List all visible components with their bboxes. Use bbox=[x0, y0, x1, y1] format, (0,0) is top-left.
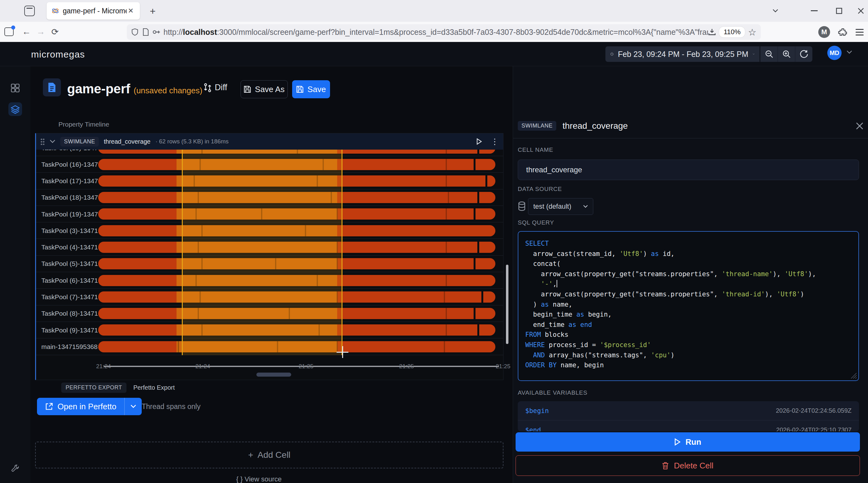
time-axis-tick: 21:25 bbox=[496, 363, 510, 370]
time-axis-tick: 21:24 bbox=[96, 363, 111, 370]
extensions-puzzle-icon[interactable] bbox=[838, 27, 847, 37]
data-source-select[interactable]: test (default) bbox=[528, 198, 593, 215]
time-axis-tick: 21:24 bbox=[195, 363, 210, 370]
swimlane-row-label: TaskPool (19)-1347... bbox=[36, 210, 98, 218]
run-cell-play-icon[interactable] bbox=[476, 138, 482, 145]
save-button[interactable]: Save bbox=[292, 80, 330, 98]
refresh-button[interactable] bbox=[795, 46, 812, 62]
thread-span-bar[interactable] bbox=[98, 324, 495, 336]
sql-code-line: begin_time as begin, bbox=[525, 309, 858, 320]
data-source-label: DATA SOURCE bbox=[518, 186, 562, 193]
thread-span-bar[interactable] bbox=[98, 208, 495, 220]
tab-close-icon[interactable]: ✕ bbox=[127, 7, 135, 15]
nav-dashboards-grid-icon[interactable] bbox=[8, 81, 22, 95]
thread-span-bar[interactable] bbox=[98, 159, 495, 170]
window-close-button[interactable] bbox=[855, 5, 867, 17]
swimlane-rows[interactable]: TaskPool (15)-1347...TaskPool (16)-1347.… bbox=[36, 150, 503, 355]
inspector-header: SWIMLANE thread_coverage bbox=[513, 114, 868, 138]
reload-button[interactable]: ⟳ bbox=[48, 27, 62, 37]
sql-code-line: arrow_cast(property_get("streams.propert… bbox=[525, 289, 858, 300]
plus-icon: + bbox=[248, 450, 253, 460]
brand-name: micromegas bbox=[31, 49, 85, 60]
cell-name-label: CELL NAME bbox=[518, 146, 553, 153]
sql-code-line: '-', bbox=[525, 279, 858, 289]
swimlane-row: TaskPool (17)-1347... bbox=[36, 173, 503, 189]
swimlane-row: TaskPool (9)-13471... bbox=[36, 322, 503, 338]
time-range-picker[interactable]: Feb 23, 09:24 PM - Feb 23, 09:25 PM bbox=[606, 46, 760, 62]
swimlane-row-label: TaskPool (15)-1347... bbox=[36, 150, 98, 152]
collapse-chevron-icon[interactable] bbox=[50, 140, 55, 143]
sidebar-toggle-icon[interactable] bbox=[4, 27, 14, 36]
zoom-in-button[interactable] bbox=[778, 46, 795, 62]
diff-button[interactable]: Diff bbox=[204, 83, 227, 92]
sql-query-editor[interactable]: SELECT arrow_cast(stream_id, 'Utf8') as … bbox=[518, 231, 859, 381]
thread-span-bar[interactable] bbox=[98, 258, 495, 269]
view-source-link[interactable]: { } View source bbox=[236, 475, 282, 483]
sql-query-label: SQL QUERY bbox=[518, 219, 554, 226]
zoom-out-button[interactable] bbox=[760, 46, 778, 62]
cell-name[interactable]: thread_coverage bbox=[104, 138, 150, 145]
swimlane-cell-header: SWIMLANE thread_coverage · 62 rows (5.3 … bbox=[36, 134, 503, 150]
swimlane-row: main-13471595368... bbox=[36, 338, 503, 355]
cell-type-badge: SWIMLANE bbox=[60, 137, 99, 146]
swimlane-row-label: TaskPool (8)-13471... bbox=[36, 310, 98, 317]
cell-name-input[interactable]: thread_coverage bbox=[518, 160, 859, 180]
bookmark-star-icon[interactable]: ☆ bbox=[748, 27, 756, 38]
thread-span-bar[interactable] bbox=[98, 291, 495, 303]
url-text[interactable]: http://localhost:3000/mmlocal/screen/gam… bbox=[163, 28, 708, 37]
browser-menu-icon[interactable] bbox=[856, 29, 864, 35]
sql-code-line: ORDER BY name, begin bbox=[525, 360, 858, 370]
page-title: game-perf bbox=[67, 82, 130, 96]
swimlane-row-label: TaskPool (7)-13471... bbox=[36, 293, 98, 301]
editor-resize-handle[interactable] bbox=[851, 373, 857, 378]
forward-button[interactable]: → bbox=[34, 27, 48, 37]
add-cell-button[interactable]: + Add Cell bbox=[35, 442, 503, 468]
thread-span-bar[interactable] bbox=[98, 175, 495, 187]
user-avatar[interactable]: MD bbox=[827, 46, 842, 60]
vertical-scrollbar-thumb[interactable] bbox=[506, 265, 508, 344]
thread-span-bar[interactable] bbox=[98, 308, 495, 319]
back-button[interactable]: ← bbox=[19, 27, 34, 37]
user-menu-chevron-icon[interactable] bbox=[846, 50, 852, 54]
page-info-icon[interactable] bbox=[142, 28, 149, 36]
browser-tab-strip: game-perf - Micromegas ✕ + bbox=[0, 0, 868, 22]
run-button[interactable]: Run bbox=[516, 432, 860, 452]
close-panel-icon[interactable] bbox=[856, 122, 863, 130]
swimlane-row: TaskPool (4)-13471... bbox=[36, 239, 503, 255]
thread-span-bar[interactable] bbox=[98, 225, 495, 236]
trash-icon bbox=[662, 461, 669, 470]
open-perfetto-dropdown-chevron-icon[interactable] bbox=[124, 398, 142, 415]
cell-menu-kebab-icon[interactable]: ⋮ bbox=[491, 137, 499, 146]
thread-span-bar[interactable] bbox=[98, 341, 495, 352]
delete-cell-button[interactable]: Delete Cell bbox=[516, 455, 860, 476]
zoom-level-badge[interactable]: 110% bbox=[719, 27, 745, 37]
thread-span-bar[interactable] bbox=[98, 275, 495, 286]
shield-icon[interactable] bbox=[131, 28, 138, 36]
download-icon[interactable] bbox=[708, 28, 716, 36]
browser-tab[interactable]: game-perf - Micromegas ✕ bbox=[46, 2, 140, 20]
new-tab-button[interactable]: + bbox=[150, 6, 156, 17]
perfetto-cell-name[interactable]: Perfetto Export bbox=[133, 384, 175, 391]
nav-settings-wrench-icon[interactable] bbox=[8, 462, 22, 476]
url-bar[interactable]: http://localhost:3000/mmlocal/screen/gam… bbox=[127, 24, 761, 40]
permissions-icon[interactable] bbox=[152, 29, 160, 35]
list-tabs-chevron-icon[interactable] bbox=[769, 5, 782, 17]
thread-span-bar[interactable] bbox=[98, 192, 495, 203]
drag-handle-icon[interactable] bbox=[40, 138, 45, 145]
window-maximize-button[interactable] bbox=[833, 5, 845, 17]
horizontal-scrollbar-thumb[interactable] bbox=[256, 373, 291, 377]
thread-span-bar[interactable] bbox=[98, 150, 495, 154]
thread-span-bar[interactable] bbox=[98, 242, 495, 253]
open-in-perfetto-button[interactable]: Open in Perfetto bbox=[37, 398, 142, 415]
save-as-button[interactable]: Save As bbox=[241, 80, 288, 98]
window-minimize-button[interactable] bbox=[808, 5, 820, 17]
swimlane-row-label: TaskPool (18)-1347... bbox=[36, 194, 98, 201]
text-cursor bbox=[557, 280, 557, 287]
browser-account-avatar[interactable]: M bbox=[818, 26, 830, 38]
firefox-view-icon[interactable] bbox=[24, 6, 35, 16]
swimlane-row-label: TaskPool (3)-13471... bbox=[36, 227, 98, 234]
time-axis: 21:2421:2421:2521:2521:25 bbox=[36, 355, 503, 380]
swimlane-row-label: TaskPool (17)-1347... bbox=[36, 177, 98, 185]
nav-screens-layers-icon[interactable] bbox=[8, 102, 22, 116]
database-icon bbox=[518, 201, 526, 211]
